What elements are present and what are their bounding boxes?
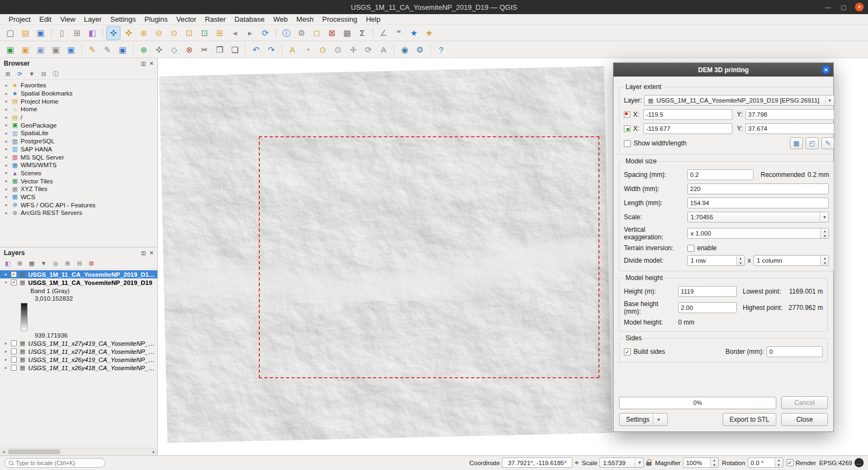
toolbar-button[interactable]: ❝	[392, 26, 406, 40]
width-input[interactable]	[687, 183, 829, 194]
close-panel-icon[interactable]: ✕	[149, 250, 154, 256]
expander-icon[interactable]	[4, 211, 9, 215]
toolbar-button[interactable]: ★	[407, 26, 421, 40]
toolbar-button[interactable]: ▼	[27, 69, 37, 79]
expander-icon[interactable]	[4, 187, 9, 192]
toolbar-button[interactable]: ▦	[340, 26, 354, 40]
divide-columns-spinbox[interactable]: 1 column ▲▼	[754, 255, 829, 266]
toolbar-button[interactable]: ⊕	[137, 26, 151, 40]
toolbar-button[interactable]: ◇	[167, 42, 181, 56]
toolbar-button[interactable]: ▣	[34, 42, 48, 56]
spinner-arrows-icon[interactable]: ▲▼	[710, 458, 718, 467]
menu-item[interactable]: Project	[4, 15, 35, 24]
close-panel-icon[interactable]: ✕	[149, 61, 154, 66]
menu-item[interactable]: View	[56, 15, 80, 24]
toolbar-button[interactable]: ⊟	[74, 258, 85, 269]
y-min-input[interactable]	[745, 123, 834, 134]
toolbar-button[interactable]: ⊞	[70, 26, 84, 40]
divide-rows-spinbox[interactable]: 1 row ▲▼	[687, 255, 745, 266]
expander-icon[interactable]	[3, 349, 9, 354]
layer-item[interactable]: ▦ USGS_1M_11_x27y418_CA_YosemiteNP_2019_…	[0, 347, 157, 355]
expander-icon[interactable]	[3, 272, 9, 277]
toolbar-button[interactable]: ▣	[34, 26, 48, 40]
expander-icon[interactable]	[4, 155, 9, 160]
layer-item[interactable]: ▦ USGS_1M_11_x26y418_CA_YosemiteNP_2019_…	[0, 364, 157, 372]
menu-item[interactable]: Vector	[172, 15, 201, 24]
menu-item[interactable]: Processing	[318, 15, 361, 24]
build-sides-checkbox[interactable]	[624, 348, 631, 355]
dialog-titlebar[interactable]: DEM 3D printing ✕	[614, 63, 833, 77]
scale-combo[interactable]: 1:55739 ▼	[599, 458, 644, 468]
toolbar-button[interactable]: ↷	[264, 42, 278, 56]
browser-item[interactable]: ▥ MS SQL Server	[0, 153, 157, 161]
layer-item[interactable]: ▦ USGS_1M_11_x27y419_CA_YosemiteNP_2019_…	[0, 339, 157, 347]
spacing-input[interactable]	[687, 169, 754, 180]
spinner-arrows-icon[interactable]: ▲▼	[820, 256, 828, 265]
visibility-checkbox[interactable]	[11, 357, 17, 363]
close-dialog-button[interactable]: Close	[781, 413, 828, 426]
expander-icon[interactable]	[4, 163, 9, 168]
locate-search[interactable]	[4, 458, 105, 468]
toolbar-button[interactable]: ⊟	[39, 69, 49, 79]
terrain-inversion-checkbox[interactable]	[687, 245, 694, 252]
rotation-spinbox[interactable]: 0.0 ° ▲▼	[748, 458, 783, 468]
visibility-checkbox[interactable]	[11, 348, 17, 354]
toolbar-button[interactable]: ◧	[85, 26, 99, 40]
menu-item[interactable]: Plugins	[140, 15, 172, 24]
scroll-left-icon[interactable]: ◂	[0, 449, 7, 454]
toolbar-button[interactable]: ▣	[116, 42, 130, 56]
expander-icon[interactable]	[3, 280, 9, 285]
browser-item[interactable]: ▥ SpatiaLite	[0, 129, 157, 137]
toolbar-button[interactable]: ▣	[64, 42, 78, 56]
toolbar-button[interactable]: ⓘ	[279, 26, 293, 40]
toolbar-button[interactable]: ∠	[376, 26, 391, 40]
browser-item[interactable]: ★ Spatial Bookmarks	[0, 90, 157, 98]
expander-icon[interactable]	[4, 179, 9, 183]
locate-input[interactable]	[16, 460, 101, 466]
toolbar-button[interactable]: ✎	[100, 42, 114, 56]
expander-icon[interactable]	[4, 91, 9, 96]
menu-item[interactable]: Layer	[80, 15, 106, 24]
browser-item[interactable]: ▦ WCS	[0, 193, 157, 201]
expander-icon[interactable]	[4, 139, 9, 144]
layer-item[interactable]: ▦ USGS_1M_11_x26y419_CA_YosemiteNP_2019_…	[0, 355, 157, 364]
toolbar-button[interactable]: ▤	[18, 26, 33, 40]
draw-extent-button[interactable]: ✎	[821, 137, 834, 149]
settings-button[interactable]: Settings ▼	[619, 413, 668, 426]
menu-item[interactable]: Mesh	[292, 15, 318, 24]
magnifier-spinbox[interactable]: 100% ▲▼	[683, 458, 719, 468]
expander-icon[interactable]	[4, 202, 9, 207]
toolbar-button[interactable]: ⊠	[86, 258, 97, 269]
x-min-input[interactable]	[643, 123, 732, 134]
toolbar-button[interactable]: ▣	[49, 42, 63, 56]
expander-icon[interactable]	[3, 341, 9, 346]
toolbar-button[interactable]: Σ	[355, 26, 369, 40]
browser-item[interactable]: ▲ Scenes	[0, 169, 157, 177]
messages-icon[interactable]: …	[854, 458, 864, 467]
toolbar-button[interactable]: ★	[422, 26, 436, 40]
toolbar-button[interactable]: ❏	[228, 42, 242, 56]
toolbar-button[interactable]: A	[376, 42, 391, 56]
toolbar-button[interactable]: ⊞	[213, 26, 227, 40]
toolbar-button[interactable]: ✜	[152, 42, 166, 56]
toolbar-button[interactable]: ⊡	[197, 26, 212, 40]
minimize-button[interactable]: —	[824, 3, 832, 11]
scroll-right-icon[interactable]: ▸	[150, 449, 157, 454]
toolbar-button[interactable]: ▣	[18, 42, 33, 56]
crs-status[interactable]: EPSG:4269	[819, 460, 852, 466]
expander-icon[interactable]	[4, 170, 9, 175]
menu-item[interactable]: Raster	[201, 15, 230, 24]
toolbar-button[interactable]: A	[285, 42, 299, 56]
browser-item[interactable]: ▤ Project Home	[0, 97, 157, 105]
float-panel-icon[interactable]: ◫	[141, 61, 146, 66]
browser-item[interactable]: ▦ WMS/WMTS	[0, 161, 157, 169]
x-max-input[interactable]	[643, 109, 732, 120]
extent-crosshair-icon[interactable]: ⌖	[575, 459, 578, 467]
toolbar-button[interactable]: ⟳	[361, 42, 375, 56]
browser-item[interactable]: ▤ /	[0, 113, 157, 122]
browser-item[interactable]: ▥ SAP HANA	[0, 145, 157, 154]
toolbar-button[interactable]: ◉	[398, 42, 412, 56]
menu-item[interactable]: Edit	[35, 15, 55, 24]
toolbar-button[interactable]: ⟳	[258, 26, 272, 40]
toolbar-button[interactable]: ✎	[85, 42, 99, 56]
